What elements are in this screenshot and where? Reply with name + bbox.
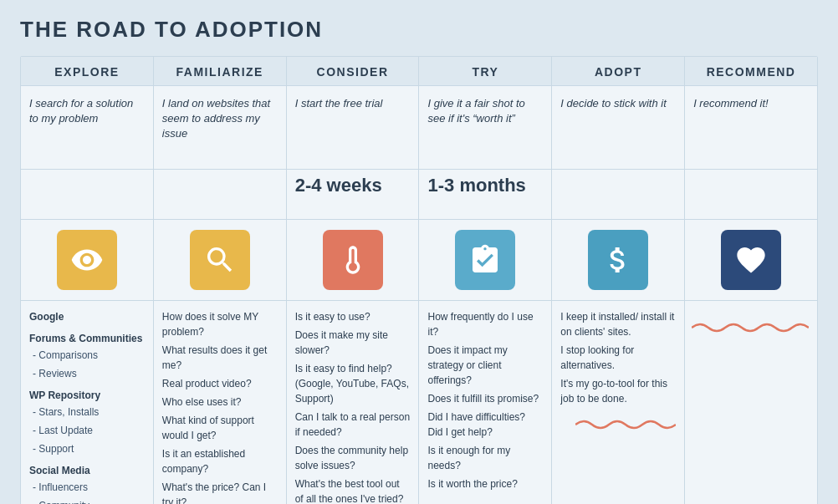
list-item: - Reviews — [29, 366, 145, 381]
try-icon-row — [419, 220, 551, 301]
list-item: Can I talk to a real person if needed? — [295, 410, 411, 440]
explore-section-label: Social Media — [29, 463, 145, 478]
try-tagline: I give it a fair shot to see if it's “wo… — [419, 86, 551, 170]
col-try: TRYI give it a fair shot to see if it's … — [419, 57, 552, 504]
list-item: What's the price? Can I try it? — [162, 480, 278, 504]
recommend-tagline-section: I recommend it! — [685, 86, 817, 220]
list-item: Is it easy to find help? (Google, YouTub… — [295, 361, 411, 406]
consider-content: Is it easy to use?Does it make my site s… — [287, 301, 419, 504]
eye-icon — [57, 230, 117, 290]
columns-container: EXPLOREI search for a solution to my pro… — [21, 57, 817, 504]
list-item: Does it fulfill its promise? — [427, 391, 543, 406]
explore-tagline: I search for a solution to my problem — [21, 86, 153, 170]
adoption-table: EXPLOREI search for a solution to my pro… — [20, 56, 818, 504]
explore-section-label: WP Repository — [29, 388, 145, 403]
explore-section-label: Google — [29, 309, 145, 324]
wavy-decoration — [693, 313, 809, 338]
list-item: What kind of support would I get? — [162, 413, 278, 443]
adopt-icon-row — [552, 220, 684, 301]
search-icon — [190, 230, 250, 290]
familiarize-tagline: I land on websites that seem to address … — [154, 86, 286, 170]
col-consider: CONSIDERI start the free trial2-4 weeks … — [287, 57, 420, 504]
try-header: TRY — [419, 57, 551, 86]
col-recommend: RECOMMENDI recommend it! — [685, 57, 817, 504]
recommend-tagline: I recommend it! — [685, 86, 817, 170]
list-item: Did I have difficulties? Did I get help? — [427, 410, 543, 440]
list-item: Does it make my site slower? — [295, 328, 411, 358]
dollar-icon — [588, 230, 648, 290]
list-item: Does the community help solve issues? — [295, 443, 411, 473]
clipboard-icon — [455, 230, 515, 290]
list-item: Is it easy to use? — [295, 309, 411, 324]
list-item: Is it worth the price? — [427, 476, 543, 491]
recommend-header: RECOMMEND — [685, 57, 817, 86]
familiarize-header: FAMILIARIZE — [154, 57, 286, 86]
list-item: - Community — [29, 498, 145, 504]
list-item: Does it impact my strategy or client off… — [427, 343, 543, 388]
adopt-content: I keep it installed/ install it on clien… — [552, 301, 684, 504]
familiarize-content: How does it solve MY problem?What result… — [154, 301, 286, 504]
list-item: - Last Update — [29, 423, 145, 438]
explore-tagline-section: I search for a solution to my problem — [21, 86, 153, 220]
explore-section-label: Forums & Communities — [29, 331, 145, 346]
list-item: How does it solve MY problem? — [162, 309, 278, 339]
try-tagline-section: I give it a fair shot to see if it's “wo… — [419, 86, 551, 220]
heart-icon — [721, 230, 781, 290]
list-item: - Stars, Installs — [29, 405, 145, 420]
list-item: - Support — [29, 441, 145, 456]
recommend-icon-row — [685, 220, 817, 301]
consider-duration: 2-4 weeks — [287, 170, 419, 205]
list-item: I stop looking for alternatives. — [560, 343, 676, 373]
page-title: THE ROAD TO ADOPTION — [20, 17, 818, 43]
explore-icon-row — [21, 220, 153, 301]
consider-tagline: I start the free trial — [287, 86, 419, 170]
list-item: I keep it installed/ install it on clien… — [560, 309, 676, 339]
recommend-content — [685, 301, 817, 504]
adopt-tagline-section: I decide to stick with it — [552, 86, 684, 220]
list-item: How frequently do I use it? — [427, 309, 543, 339]
list-item: What's the best tool out of all the ones… — [295, 476, 411, 504]
list-item: Is it an established company? — [162, 446, 278, 476]
col-adopt: ADOPTI decide to stick with it I keep it… — [552, 57, 685, 504]
wavy-decoration — [560, 410, 676, 435]
adopt-header: ADOPT — [552, 57, 684, 86]
adopt-tagline: I decide to stick with it — [552, 86, 684, 170]
consider-icon-row — [287, 220, 419, 301]
list-item: It's my go-to-tool for this job to be do… — [560, 376, 676, 406]
familiarize-tagline-section: I land on websites that seem to address … — [154, 86, 286, 220]
try-duration: 1-3 months — [419, 170, 551, 205]
familiarize-icon-row — [154, 220, 286, 301]
list-item: - Influencers — [29, 480, 145, 495]
col-familiarize: FAMILIARIZEI land on websites that seem … — [154, 57, 287, 504]
explore-content: GoogleForums & Communities- Comparisons-… — [21, 301, 153, 504]
list-item: Who else uses it? — [162, 395, 278, 410]
list-item: - Comparisons — [29, 348, 145, 363]
list-item: What results does it get me? — [162, 343, 278, 373]
list-item: Is it enough for my needs? — [427, 443, 543, 473]
explore-header: EXPLORE — [21, 57, 153, 86]
try-content: How frequently do I use it?Does it impac… — [419, 301, 551, 504]
consider-header: CONSIDER — [287, 57, 419, 86]
thermometer-icon — [323, 230, 383, 290]
list-item: Real product video? — [162, 376, 278, 391]
col-explore: EXPLOREI search for a solution to my pro… — [21, 57, 154, 504]
consider-tagline-section: I start the free trial2-4 weeks — [287, 86, 419, 220]
